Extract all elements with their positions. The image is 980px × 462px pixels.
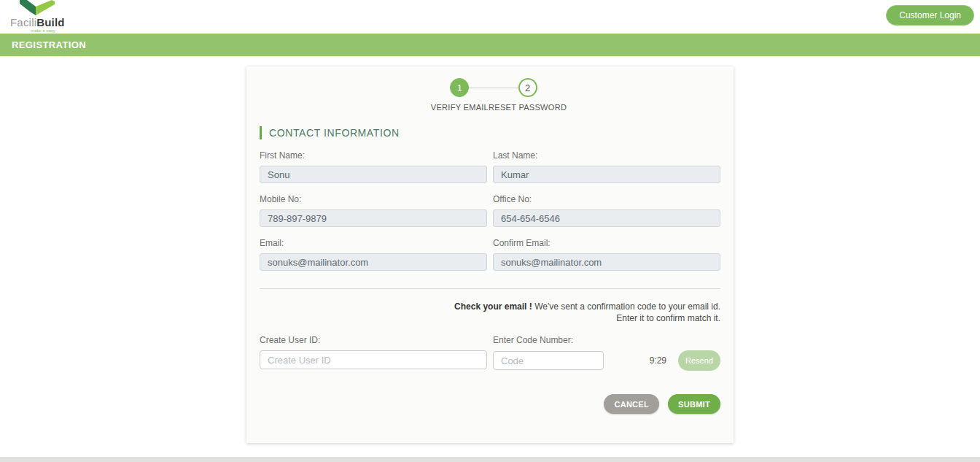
registration-card: 1 VERIFY EMAIL 2 RESET PASSWORD CONTACT … bbox=[246, 66, 734, 443]
check-email-notice-bold: Check your email ! bbox=[454, 301, 532, 312]
office-no-field bbox=[493, 209, 720, 227]
code-group: Enter Code Number: 9:29 Resend bbox=[493, 324, 720, 371]
mobile-no-label: Mobile No: bbox=[260, 194, 487, 204]
create-user-id-group: Create User ID: bbox=[260, 324, 487, 371]
logo-tagline: make it easy bbox=[20, 28, 66, 33]
first-name-label: First Name: bbox=[260, 150, 487, 161]
step-verify-email: 1 VERIFY EMAIL bbox=[431, 78, 489, 112]
logo-wordmark-bold: Build bbox=[36, 16, 65, 28]
step-reset-password: 2 RESET PASSWORD bbox=[489, 78, 567, 112]
step-2-label: RESET PASSWORD bbox=[489, 103, 567, 112]
check-email-notice-text: We've sent a confirmation code to your e… bbox=[532, 301, 720, 312]
submit-button[interactable]: SUBMIT bbox=[668, 394, 720, 414]
check-email-notice: Check your email ! We've sent a confirma… bbox=[260, 301, 720, 324]
create-user-id-input[interactable] bbox=[260, 350, 487, 369]
email-field bbox=[260, 253, 487, 271]
customer-login-button[interactable]: Customer Login bbox=[886, 5, 974, 26]
office-no-label: Office No: bbox=[493, 194, 720, 204]
section-divider bbox=[260, 288, 720, 289]
confirm-email-field bbox=[493, 253, 720, 271]
stepper: 1 VERIFY EMAIL 2 RESET PASSWORD bbox=[268, 78, 729, 112]
mobile-no-field bbox=[260, 209, 487, 227]
contact-form-grid: First Name: Last Name: Mobile No: Office… bbox=[260, 139, 720, 271]
logo-cube-icon bbox=[20, 0, 55, 15]
verification-form-grid: Create User ID: Enter Code Number: 9:29 … bbox=[260, 324, 720, 371]
footer-bar bbox=[0, 457, 980, 462]
office-no-group: Office No: bbox=[493, 183, 720, 227]
cancel-button[interactable]: CANCEL bbox=[604, 394, 659, 414]
last-name-label: Last Name: bbox=[493, 150, 720, 161]
step-2-circle: 2 bbox=[518, 78, 537, 97]
confirm-email-label: Confirm Email: bbox=[493, 238, 720, 248]
email-label: Email: bbox=[260, 238, 487, 248]
section-title-contact-information: CONTACT INFORMATION bbox=[260, 126, 720, 139]
step-1-label: VERIFY EMAIL bbox=[431, 103, 489, 112]
first-name-field bbox=[260, 166, 487, 183]
code-row: 9:29 Resend bbox=[493, 350, 720, 371]
registration-banner: REGISTRATION bbox=[0, 34, 980, 56]
code-input[interactable] bbox=[493, 351, 604, 370]
check-email-notice-line2: Enter it to confirm match it. bbox=[616, 313, 720, 323]
email-group: Email: bbox=[260, 227, 487, 271]
facilibuild-logo: FaciliBuild make it easy bbox=[10, 0, 76, 33]
last-name-group: Last Name: bbox=[493, 139, 720, 183]
logo-wordmark-light: Facili bbox=[10, 16, 36, 28]
header: FaciliBuild make it easy Customer Login bbox=[0, 0, 980, 34]
first-name-group: First Name: bbox=[260, 139, 487, 183]
step-1-circle: 1 bbox=[450, 78, 469, 97]
mobile-no-group: Mobile No: bbox=[260, 183, 487, 227]
resend-button: Resend bbox=[678, 350, 720, 371]
last-name-field bbox=[493, 166, 720, 183]
logo-wordmark: FaciliBuild bbox=[10, 16, 76, 28]
create-user-id-label: Create User ID: bbox=[260, 335, 487, 345]
confirm-email-group: Confirm Email: bbox=[493, 227, 720, 271]
resend-timer: 9:29 bbox=[650, 355, 666, 366]
code-label: Enter Code Number: bbox=[493, 335, 720, 345]
form-actions: CANCEL SUBMIT bbox=[260, 394, 720, 414]
